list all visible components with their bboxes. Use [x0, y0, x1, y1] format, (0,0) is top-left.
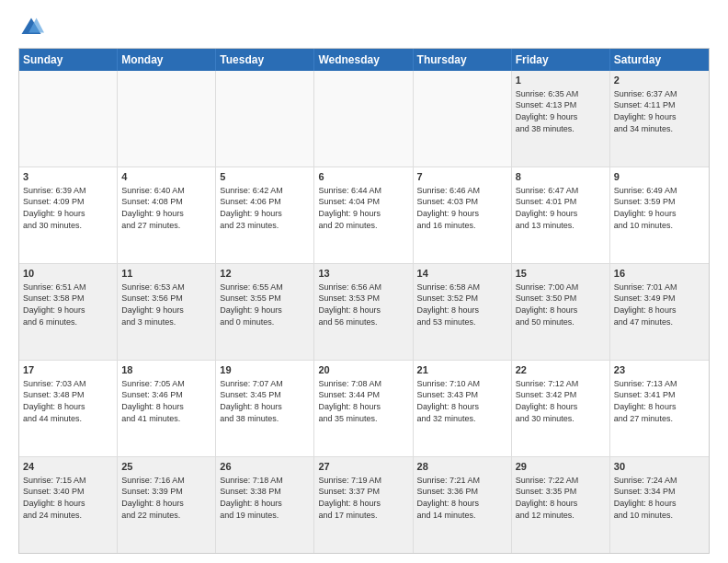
header	[18, 15, 710, 40]
calendar-header-cell: Monday	[118, 49, 216, 71]
calendar-cell: 9Sunrise: 6:49 AM Sunset: 3:59 PM Daylig…	[610, 167, 709, 263]
day-details: Sunrise: 6:39 AM Sunset: 4:09 PM Dayligh…	[23, 185, 113, 231]
day-number: 13	[318, 267, 408, 281]
calendar-cell	[118, 71, 216, 167]
day-details: Sunrise: 7:16 AM Sunset: 3:39 PM Dayligh…	[121, 475, 211, 521]
day-number: 27	[318, 460, 408, 474]
day-details: Sunrise: 6:42 AM Sunset: 4:06 PM Dayligh…	[220, 185, 310, 231]
day-number: 12	[220, 267, 310, 281]
day-details: Sunrise: 6:49 AM Sunset: 3:59 PM Dayligh…	[614, 185, 705, 231]
calendar-body: 1Sunrise: 6:35 AM Sunset: 4:13 PM Daylig…	[19, 71, 709, 553]
day-details: Sunrise: 6:53 AM Sunset: 3:56 PM Dayligh…	[121, 282, 211, 327]
day-number: 6	[318, 170, 408, 184]
calendar-cell	[414, 71, 512, 167]
calendar-cell: 15Sunrise: 7:00 AM Sunset: 3:50 PM Dayli…	[512, 264, 610, 360]
calendar-cell: 23Sunrise: 7:13 AM Sunset: 3:41 PM Dayli…	[610, 361, 709, 456]
calendar-cell: 22Sunrise: 7:12 AM Sunset: 3:42 PM Dayli…	[512, 361, 610, 456]
day-number: 20	[318, 363, 408, 377]
calendar-cell	[314, 71, 413, 167]
logo	[18, 15, 48, 40]
day-details: Sunrise: 6:55 AM Sunset: 3:55 PM Dayligh…	[220, 282, 310, 327]
calendar-cell: 7Sunrise: 6:46 AM Sunset: 4:03 PM Daylig…	[414, 167, 512, 263]
day-number: 24	[23, 460, 113, 474]
calendar-row: 3Sunrise: 6:39 AM Sunset: 4:09 PM Daylig…	[19, 167, 709, 264]
day-number: 9	[614, 170, 705, 184]
day-number: 25	[121, 460, 211, 474]
day-details: Sunrise: 6:46 AM Sunset: 4:03 PM Dayligh…	[417, 185, 507, 231]
day-details: Sunrise: 7:22 AM Sunset: 3:35 PM Dayligh…	[516, 475, 606, 521]
day-details: Sunrise: 7:00 AM Sunset: 3:50 PM Dayligh…	[516, 282, 606, 327]
day-number: 18	[121, 363, 211, 377]
calendar-header-cell: Friday	[512, 49, 610, 71]
calendar-cell: 16Sunrise: 7:01 AM Sunset: 3:49 PM Dayli…	[610, 264, 709, 360]
calendar-cell: 29Sunrise: 7:22 AM Sunset: 3:35 PM Dayli…	[512, 457, 610, 553]
day-details: Sunrise: 7:08 AM Sunset: 3:44 PM Dayligh…	[318, 378, 408, 424]
calendar-cell: 20Sunrise: 7:08 AM Sunset: 3:44 PM Dayli…	[314, 361, 413, 456]
day-details: Sunrise: 6:47 AM Sunset: 4:01 PM Dayligh…	[516, 185, 606, 231]
day-number: 23	[614, 363, 705, 377]
day-number: 8	[516, 170, 606, 184]
day-details: Sunrise: 7:07 AM Sunset: 3:45 PM Dayligh…	[220, 378, 310, 424]
calendar-header-cell: Sunday	[19, 49, 118, 71]
calendar-cell: 4Sunrise: 6:40 AM Sunset: 4:08 PM Daylig…	[118, 167, 216, 263]
day-details: Sunrise: 7:05 AM Sunset: 3:46 PM Dayligh…	[121, 378, 211, 424]
calendar-cell: 19Sunrise: 7:07 AM Sunset: 3:45 PM Dayli…	[216, 361, 314, 456]
calendar-row: 10Sunrise: 6:51 AM Sunset: 3:58 PM Dayli…	[19, 264, 709, 361]
page: SundayMondayTuesdayWednesdayThursdayFrid…	[0, 0, 728, 563]
calendar-cell: 30Sunrise: 7:24 AM Sunset: 3:34 PM Dayli…	[610, 457, 709, 553]
calendar-cell: 21Sunrise: 7:10 AM Sunset: 3:43 PM Dayli…	[414, 361, 512, 456]
calendar-header-cell: Thursday	[414, 49, 512, 71]
day-number: 4	[121, 170, 211, 184]
calendar-cell: 14Sunrise: 6:58 AM Sunset: 3:52 PM Dayli…	[414, 264, 512, 360]
day-details: Sunrise: 7:18 AM Sunset: 3:38 PM Dayligh…	[220, 475, 310, 521]
calendar-cell: 12Sunrise: 6:55 AM Sunset: 3:55 PM Dayli…	[216, 264, 314, 360]
day-number: 29	[516, 460, 606, 474]
day-number: 14	[417, 267, 507, 281]
day-details: Sunrise: 6:37 AM Sunset: 4:11 PM Dayligh…	[614, 88, 705, 134]
day-details: Sunrise: 7:15 AM Sunset: 3:40 PM Dayligh…	[23, 475, 113, 521]
day-number: 3	[23, 170, 113, 184]
day-details: Sunrise: 7:21 AM Sunset: 3:36 PM Dayligh…	[417, 475, 507, 521]
day-number: 28	[417, 460, 507, 474]
calendar-cell: 26Sunrise: 7:18 AM Sunset: 3:38 PM Dayli…	[216, 457, 314, 553]
calendar-row: 17Sunrise: 7:03 AM Sunset: 3:48 PM Dayli…	[19, 361, 709, 457]
day-details: Sunrise: 6:51 AM Sunset: 3:58 PM Dayligh…	[23, 282, 113, 327]
day-details: Sunrise: 7:01 AM Sunset: 3:49 PM Dayligh…	[614, 282, 705, 327]
calendar-cell: 17Sunrise: 7:03 AM Sunset: 3:48 PM Dayli…	[19, 361, 118, 456]
calendar-cell: 5Sunrise: 6:42 AM Sunset: 4:06 PM Daylig…	[216, 167, 314, 263]
day-details: Sunrise: 7:10 AM Sunset: 3:43 PM Dayligh…	[417, 378, 507, 424]
day-details: Sunrise: 6:44 AM Sunset: 4:04 PM Dayligh…	[318, 185, 408, 231]
calendar-cell: 24Sunrise: 7:15 AM Sunset: 3:40 PM Dayli…	[19, 457, 118, 553]
calendar-cell: 6Sunrise: 6:44 AM Sunset: 4:04 PM Daylig…	[314, 167, 413, 263]
day-number: 5	[220, 170, 310, 184]
day-details: Sunrise: 6:56 AM Sunset: 3:53 PM Dayligh…	[318, 282, 408, 327]
calendar-header-cell: Wednesday	[314, 49, 413, 71]
calendar-row: 24Sunrise: 7:15 AM Sunset: 3:40 PM Dayli…	[19, 457, 709, 553]
day-details: Sunrise: 7:12 AM Sunset: 3:42 PM Dayligh…	[516, 378, 606, 424]
calendar-cell: 11Sunrise: 6:53 AM Sunset: 3:56 PM Dayli…	[118, 264, 216, 360]
day-number: 17	[23, 363, 113, 377]
day-number: 16	[614, 267, 705, 281]
calendar: SundayMondayTuesdayWednesdayThursdayFrid…	[18, 48, 710, 554]
day-number: 21	[417, 363, 507, 377]
calendar-cell: 10Sunrise: 6:51 AM Sunset: 3:58 PM Dayli…	[19, 264, 118, 360]
day-details: Sunrise: 7:24 AM Sunset: 3:34 PM Dayligh…	[614, 475, 705, 521]
calendar-cell: 1Sunrise: 6:35 AM Sunset: 4:13 PM Daylig…	[512, 71, 610, 167]
calendar-cell	[19, 71, 118, 167]
calendar-cell: 27Sunrise: 7:19 AM Sunset: 3:37 PM Dayli…	[314, 457, 413, 553]
day-details: Sunrise: 7:13 AM Sunset: 3:41 PM Dayligh…	[614, 378, 705, 424]
calendar-cell: 13Sunrise: 6:56 AM Sunset: 3:53 PM Dayli…	[314, 264, 413, 360]
day-details: Sunrise: 6:40 AM Sunset: 4:08 PM Dayligh…	[121, 185, 211, 231]
day-details: Sunrise: 6:58 AM Sunset: 3:52 PM Dayligh…	[417, 282, 507, 327]
calendar-cell: 18Sunrise: 7:05 AM Sunset: 3:46 PM Dayli…	[118, 361, 216, 456]
day-details: Sunrise: 6:35 AM Sunset: 4:13 PM Dayligh…	[516, 88, 606, 134]
calendar-header: SundayMondayTuesdayWednesdayThursdayFrid…	[19, 49, 709, 71]
day-number: 10	[23, 267, 113, 281]
day-number: 7	[417, 170, 507, 184]
calendar-cell: 25Sunrise: 7:16 AM Sunset: 3:39 PM Dayli…	[118, 457, 216, 553]
day-details: Sunrise: 7:19 AM Sunset: 3:37 PM Dayligh…	[318, 475, 408, 521]
calendar-header-cell: Saturday	[610, 49, 709, 71]
day-number: 15	[516, 267, 606, 281]
day-details: Sunrise: 7:03 AM Sunset: 3:48 PM Dayligh…	[23, 378, 113, 424]
day-number: 22	[516, 363, 606, 377]
